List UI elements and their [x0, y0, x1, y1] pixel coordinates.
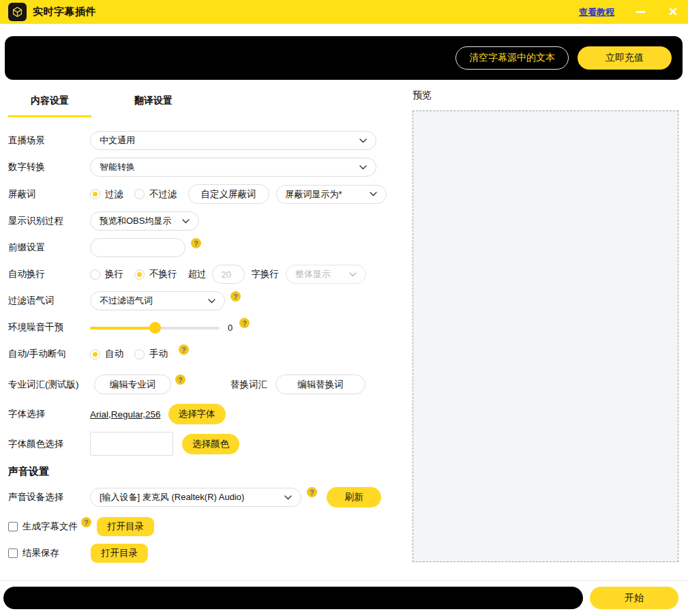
exceed-count-input[interactable] [212, 265, 245, 284]
row-vocab: 专业词汇(测试版) 编辑专业词 ? 替换词汇 编辑替换词 [8, 375, 390, 394]
app-window: 实时字幕插件 查看教程 ✕ 清空字幕源中的文本 立即充值 内容设置 翻译设置 直… [0, 0, 688, 616]
clear-subtitle-text-button[interactable]: 清空字幕源中的文本 [455, 46, 569, 70]
replace-vocab-label: 替换词汇 [230, 379, 267, 391]
radio-unselected-icon [134, 189, 145, 199]
close-button[interactable]: ✕ [666, 5, 680, 19]
filler-words-label: 过滤语气词 [8, 295, 90, 307]
row-blocked-words: 屏蔽词 过滤 不过滤 自定义屏蔽词 屏蔽词显示为* [8, 184, 390, 204]
subtitle-file-checkbox[interactable] [8, 522, 18, 531]
open-result-dir-button[interactable]: 打开目录 [91, 544, 148, 563]
prefix-input[interactable] [90, 238, 185, 257]
radio-auto-break[interactable]: 自动 [90, 348, 123, 360]
subtitle-file-label: 生成字幕文件 [23, 520, 78, 533]
result-save-checkbox[interactable] [8, 548, 18, 558]
row-subtitle-file: 生成字幕文件 ? 打开目录 [8, 517, 390, 536]
open-subtitle-dir-button[interactable]: 打开目录 [97, 517, 154, 536]
noise-value: 0 [228, 323, 233, 333]
settings-tabs: 内容设置 翻译设置 [8, 89, 390, 117]
live-scene-select[interactable]: 中文通用 [90, 131, 376, 150]
refresh-device-button[interactable]: 刷新 [327, 487, 381, 508]
title-bar: 实时字幕插件 查看教程 ✕ [0, 0, 688, 24]
footer-bar: 开始 [0, 580, 688, 616]
radio-no-wrap[interactable]: 不换行 [134, 268, 177, 280]
font-color-input[interactable] [90, 432, 173, 456]
preview-label: 预览 [413, 89, 678, 102]
pro-vocab-label: 专业词汇(测试版) [8, 379, 94, 391]
radio-manual-break[interactable]: 手动 [134, 348, 168, 360]
sentence-break-help-icon[interactable]: ? [179, 344, 189, 355]
row-noise: 环境噪音干预 0 ? [8, 318, 390, 337]
choose-font-button[interactable]: 选择字体 [168, 404, 226, 424]
row-prefix: 前缀设置 ? [8, 238, 390, 257]
row-number-convert: 数字转换 智能转换 [8, 158, 390, 177]
radio-no-filter[interactable]: 不过滤 [134, 188, 177, 201]
app-logo [8, 3, 27, 21]
row-result-save: 结果保存 打开目录 [8, 544, 390, 563]
radio-selected-icon [90, 189, 100, 199]
noise-help-icon[interactable]: ? [239, 318, 250, 328]
row-sound-device: 声音设备选择 [输入设备] 麦克风 (Realtek(R) Audio) ? 刷… [8, 487, 390, 508]
filler-words-select[interactable]: 不过滤语气词 [90, 291, 225, 310]
wrap-display-mode-select[interactable]: 整体显示 [286, 265, 366, 284]
minimize-icon [636, 11, 645, 13]
show-process-label: 显示识别过程 [8, 215, 90, 227]
radio-selected-icon [134, 269, 145, 280]
blocked-words-label: 屏蔽词 [8, 188, 90, 201]
row-font-select: 字体选择 Arial,Regular,256 选择字体 [8, 404, 390, 424]
radio-wrap[interactable]: 换行 [90, 268, 123, 280]
sentence-break-label: 自动/手动断句 [8, 348, 90, 360]
prefix-label: 前缀设置 [8, 241, 90, 254]
tab-content-settings[interactable]: 内容设置 [8, 89, 91, 117]
prefix-help-icon[interactable]: ? [191, 238, 201, 248]
filler-words-help-icon[interactable]: ? [230, 291, 241, 302]
show-process-select[interactable]: 预览和OBS均显示 [90, 211, 199, 231]
sound-settings-heading: 声音设置 [8, 465, 390, 478]
radio-unselected-icon [90, 269, 100, 280]
slider-thumb[interactable] [149, 322, 161, 334]
app-title: 实时字幕插件 [33, 5, 96, 18]
number-convert-select[interactable]: 智能转换 [90, 158, 376, 177]
slider-fill [90, 327, 155, 329]
tab-translate-settings[interactable]: 翻译设置 [112, 89, 195, 117]
exceed-label: 超过 [188, 268, 207, 280]
blocked-words-display-select[interactable]: 屏蔽词显示为* [276, 185, 387, 204]
chevron-down-icon [359, 138, 367, 143]
custom-blocked-words-button[interactable]: 自定义屏蔽词 [188, 184, 269, 204]
chevron-down-icon [359, 165, 367, 170]
main-content: 内容设置 翻译设置 直播场景 中文通用 数字转换 智能转换 [0, 80, 688, 580]
font-select-label: 字体选择 [8, 408, 90, 420]
subtitle-file-help-icon[interactable]: ? [81, 517, 91, 527]
current-font-link[interactable]: Arial,Regular,256 [90, 409, 161, 420]
sound-device-label: 声音设备选择 [8, 491, 90, 503]
row-font-color: 字体颜色选择 选择颜色 [8, 432, 390, 456]
start-button[interactable]: 开始 [590, 587, 678, 609]
radio-unselected-icon [134, 349, 145, 360]
result-save-label: 结果保存 [23, 547, 91, 559]
cube-logo-icon [11, 5, 24, 18]
row-auto-wrap: 自动换行 换行 不换行 超过 字换行 整体显示 [8, 265, 390, 284]
sound-device-help-icon[interactable]: ? [307, 487, 317, 497]
edit-replace-vocab-button[interactable]: 编辑替换词 [275, 375, 365, 394]
recharge-button[interactable]: 立即充值 [578, 46, 672, 70]
tutorial-link[interactable]: 查看教程 [579, 6, 614, 18]
settings-panel: 内容设置 翻译设置 直播场景 中文通用 数字转换 智能转换 [8, 89, 390, 580]
preview-panel: 预览 [390, 89, 678, 580]
choose-color-button[interactable]: 选择颜色 [182, 434, 239, 454]
wrap-suffix-label: 字换行 [252, 268, 280, 280]
edit-pro-vocab-button[interactable]: 编辑专业词 [94, 375, 171, 394]
row-sentence-break: 自动/手动断句 自动 手动 ? [8, 344, 390, 364]
noise-slider[interactable] [90, 322, 220, 333]
auto-wrap-label: 自动换行 [8, 268, 90, 280]
row-live-scene: 直播场景 中文通用 [8, 131, 390, 150]
row-show-process: 显示识别过程 预览和OBS均显示 [8, 211, 390, 231]
radio-selected-icon [90, 349, 100, 360]
sound-device-select[interactable]: [输入设备] 麦克风 (Realtek(R) Audio) [90, 488, 301, 507]
noise-label: 环境噪音干预 [8, 321, 90, 334]
live-scene-label: 直播场景 [8, 134, 90, 147]
pro-vocab-help-icon[interactable]: ? [175, 375, 185, 385]
radio-filter[interactable]: 过滤 [90, 188, 123, 201]
number-convert-label: 数字转换 [8, 161, 90, 173]
subtitle-output-bar [3, 587, 583, 609]
minimize-button[interactable] [633, 5, 647, 19]
chevron-down-icon [182, 219, 190, 224]
